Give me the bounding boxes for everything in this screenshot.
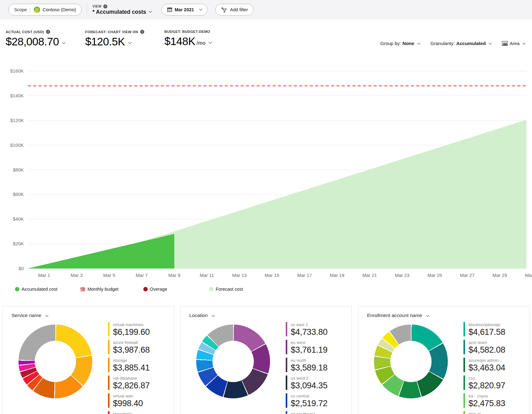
chevron-down-icon (523, 41, 526, 44)
legend-item-value: $2,519.72 (291, 399, 327, 408)
svg-text:$80K: $80K (13, 167, 24, 172)
monthly-budget-swatch-icon (80, 287, 85, 291)
svg-text:Mar 29: Mar 29 (493, 273, 507, 278)
legend-item-name: mcs-ci (468, 411, 481, 414)
svg-text:$120K: $120K (10, 118, 24, 123)
legend-accumulated-cost[interactable]: Accumulated cost (15, 287, 57, 292)
pivot-cards: Service name virtual machines$6,199.60az… (3, 306, 529, 414)
legend-item-name: sql database (113, 376, 150, 381)
svg-text:$40K: $40K (13, 216, 24, 222)
donut-legend-row[interactable]: eu north$3,589.18 (286, 358, 350, 376)
svg-text:Mar 23: Mar 23 (395, 273, 410, 278)
view-selector[interactable]: VIEW i * Accumulated costs (93, 4, 152, 15)
donut-legend-row[interactable]: azure firewall$3,987.68 (108, 340, 172, 358)
donut-legend-row[interactable]: tdsubscriptionapi$4,617.58 (463, 322, 528, 340)
group-by-value: None (402, 41, 414, 46)
kpi-budget-value-dropdown[interactable]: $148K /mo (164, 35, 212, 48)
legend-color-bar (463, 411, 465, 414)
granularity-label: Granularity: (431, 41, 455, 46)
add-filter-button[interactable]: Add filter (215, 4, 253, 16)
directory-icon: s (34, 7, 40, 13)
legend-item-name: csu (468, 376, 505, 381)
location-donut-chart (196, 325, 270, 398)
svg-text:$60K: $60K (13, 192, 24, 197)
card-title: Enrollment account name (367, 313, 422, 318)
main-chart: $0$20K$40K$60K$80K$100K$120K$140K$160KMa… (0, 61, 532, 280)
legend-color-bar (286, 322, 287, 336)
legend-item-name: eu north (291, 358, 327, 363)
kpi-actual-value: $28,008.70 (6, 35, 59, 48)
donut-legend-row[interactable]: ea - csyou$2,475.83 (463, 393, 528, 411)
card-enrollment-account-dropdown[interactable]: Enrollment account name (367, 313, 429, 318)
kpi-actual-label: ACTUAL COST (USD) (6, 30, 44, 34)
svg-text:Mar 25: Mar 25 (427, 273, 442, 278)
legend-color-bar (286, 376, 287, 390)
svg-text:Mar 1: Mar 1 (38, 273, 50, 278)
chevron-down-icon (212, 314, 215, 317)
donut-legend-row[interactable]: sql database$2,826.87 (108, 376, 172, 393)
legend-forecast-cost[interactable]: Forecast cost (209, 287, 243, 292)
legend-color-bar (108, 393, 110, 408)
svg-text:Mar 31: Mar 31 (525, 273, 532, 278)
legend-color-bar (463, 393, 465, 408)
svg-text:Mar 7: Mar 7 (136, 273, 148, 278)
location-legend-list: us east 2$4,733.80eu west$3,761.19eu nor… (286, 322, 350, 414)
kpi-actual-value-dropdown[interactable]: $28,008.70 (6, 35, 65, 48)
svg-text:Mar 13: Mar 13 (232, 273, 247, 278)
donut-legend-row[interactable]: storsimple (108, 411, 172, 414)
chart-type-dropdown[interactable]: Area (502, 41, 525, 46)
card-service-name-dropdown[interactable]: Service name (12, 313, 48, 318)
legend-item-name: azure firewall (113, 340, 150, 345)
legend-label: Monthly budget (87, 287, 118, 292)
svg-text:Mar 3: Mar 3 (71, 273, 83, 278)
svg-text:$0: $0 (18, 266, 24, 271)
kpi-row: ACTUAL COST (USD) i $28,008.70 FORECAST:… (6, 30, 232, 48)
kpi-forecast-value-dropdown[interactable]: $120.5K (85, 35, 144, 48)
donut-legend-row[interactable]: csu$2,820.97 (463, 376, 528, 393)
donut-legend-row[interactable]: us east 2$4,733.80 (286, 322, 350, 340)
donut-legend-row[interactable]: virtual wan$998.40 (108, 393, 172, 411)
donut-legend-row[interactable]: virtual machines$6,199.60 (108, 322, 172, 340)
chevron-down-icon (209, 40, 212, 43)
chevron-down-icon (489, 41, 492, 44)
svg-text:$20K: $20K (13, 241, 24, 246)
legend-label: Overage (150, 287, 167, 292)
date-range-picker[interactable]: Mar 2021 (161, 4, 207, 16)
legend-monthly-budget[interactable]: Monthly budget (80, 287, 118, 292)
legend-item-value: $2,826.87 (113, 381, 150, 390)
granularity-dropdown[interactable]: Granularity: Accumulated (431, 41, 492, 46)
card-service-name: Service name virtual machines$6,199.60az… (3, 306, 174, 414)
legend-color-bar (108, 411, 110, 414)
donut-legend-row[interactable]: ap southeast (286, 411, 350, 414)
donut-legend-row[interactable]: azureops admin$3,463.04 (463, 358, 528, 376)
chart-type-value: Area (509, 41, 519, 46)
donut-legend-row[interactable]: mcs-ci (463, 411, 528, 414)
calendar-icon (167, 7, 172, 12)
legend-item-name: ea - csyou (468, 393, 505, 399)
donut-legend-row[interactable]: acm team$4,582.08 (463, 340, 528, 358)
date-range-value: Mar 2021 (175, 7, 194, 12)
donut-legend-row[interactable]: us west 2$3,094.35 (286, 376, 350, 393)
legend-color-bar (463, 322, 465, 336)
card-location-dropdown[interactable]: Location (189, 313, 214, 318)
view-label: VIEW (93, 4, 102, 8)
legend-item-name: us central (291, 393, 327, 399)
legend-color-bar (108, 358, 110, 372)
donut-legend-row[interactable]: storage$3,885.41 (108, 358, 172, 376)
legend-item-name: ap southeast (291, 411, 315, 414)
legend-item-value: $3,761.19 (291, 345, 327, 355)
scope-picker[interactable]: Scope : s Contoso (Demo) (8, 4, 82, 16)
group-by-dropdown[interactable]: Group by: None (380, 41, 420, 46)
legend-item-value: $4,733.80 (291, 327, 327, 337)
legend-overage[interactable]: Overage (143, 287, 167, 292)
group-by-label: Group by: (380, 41, 401, 46)
svg-text:Mar 11: Mar 11 (200, 273, 214, 278)
donut-legend-row[interactable]: us central$2,519.72 (286, 393, 350, 411)
donut-legend-row[interactable]: eu west$3,761.19 (286, 340, 350, 358)
legend-color-bar (463, 376, 465, 390)
card-enrollment-account: Enrollment account name tdsubscriptionap… (358, 306, 529, 414)
legend-item-value: $3,463.04 (468, 363, 505, 372)
forecast-cost-swatch-icon (209, 287, 213, 291)
card-title: Location (189, 313, 208, 318)
kpi-budget-value: $148K (164, 35, 195, 48)
